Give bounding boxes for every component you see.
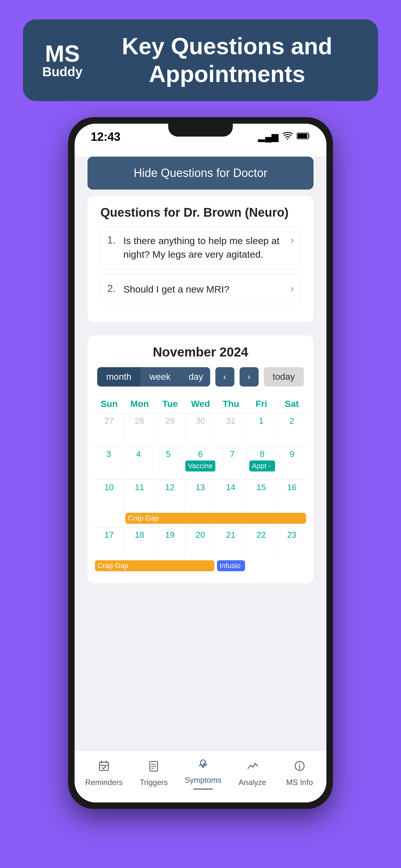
- date-label: 31: [218, 416, 244, 426]
- calendar-cell[interactable]: 23: [277, 527, 307, 560]
- calendar-cell[interactable]: 7: [218, 446, 247, 479]
- phone-screen: 12:43 ▂▄▆: [74, 124, 327, 802]
- crap-gap-event-2[interactable]: Crap Gap: [95, 560, 214, 571]
- question-num-1: 1.: [107, 234, 123, 246]
- calendar-cell[interactable]: 12: [155, 480, 185, 512]
- calendar-cell[interactable]: 1: [246, 413, 276, 445]
- status-icons: ▂▄▆: [258, 131, 310, 143]
- infusion-event[interactable]: Infusio: [217, 560, 245, 571]
- questions-section: Questions for Dr. Brown (Neuro) 1. Is th…: [88, 196, 313, 322]
- date-label: 22: [248, 530, 274, 540]
- calendar-section: November 2024 month week day ‹ › today S…: [88, 335, 313, 584]
- calendar-next-button[interactable]: ›: [240, 367, 258, 386]
- calendar-cell[interactable]: 3: [94, 446, 124, 479]
- calendar-days-header: Sun Mon Tue Wed Thu Fri Sat: [94, 396, 307, 412]
- hide-questions-label: Hide Questions for Doctor: [134, 166, 267, 180]
- nav-item-triggers[interactable]: Triggers: [137, 760, 170, 787]
- status-time: 12:43: [91, 130, 120, 144]
- wifi-icon: [282, 131, 293, 143]
- date-label: 23: [279, 530, 305, 540]
- nav-item-analyze[interactable]: Analyze: [236, 760, 269, 787]
- calendar-cell[interactable]: 11: [124, 480, 155, 512]
- calendar-cell[interactable]: 31: [216, 413, 246, 445]
- calendar-cell[interactable]: 9: [277, 446, 307, 479]
- vaccine-event[interactable]: Vaccine: [185, 461, 215, 471]
- battery-icon: [297, 132, 310, 142]
- date-label: 4: [126, 449, 151, 459]
- day-header-sat: Sat: [277, 396, 307, 412]
- date-label: 12: [157, 483, 183, 492]
- day-header-mon: Mon: [124, 396, 155, 412]
- analyze-label: Analyze: [239, 778, 266, 787]
- calendar-cell[interactable]: 10: [94, 480, 124, 512]
- calendar-cell[interactable]: 2: [277, 413, 307, 445]
- view-day-button[interactable]: day: [180, 367, 210, 386]
- day-header-fri: Fri: [246, 396, 276, 412]
- nav-item-symptoms[interactable]: Symptoms: [185, 757, 221, 789]
- hide-questions-button[interactable]: Hide Questions for Doctor: [88, 157, 313, 190]
- calendar-cell[interactable]: 15: [246, 480, 276, 512]
- question-item-2[interactable]: 2. Should I get a new MRI? ›: [100, 275, 301, 304]
- svg-point-0: [287, 138, 288, 140]
- date-label: 10: [96, 483, 122, 492]
- reminders-label: Reminders: [85, 778, 123, 787]
- calendar-cell[interactable]: 21: [216, 527, 246, 560]
- triggers-icon: [147, 760, 160, 775]
- symptoms-icon: [197, 757, 210, 773]
- calendar-cell[interactable]: 28: [124, 413, 155, 445]
- calendar-week-3-wrapper: 10 11 12 13 14 15 16 Cra: [94, 479, 307, 526]
- calendar-cell[interactable]: 18: [124, 527, 155, 560]
- calendar-cell[interactable]: 13: [185, 480, 216, 512]
- calendar-cell[interactable]: 8 Appt -: [247, 446, 277, 479]
- bottom-nav: Reminders Triggers Sympt: [74, 750, 327, 802]
- header-banner: MS Buddy Key Questions andAppointments: [23, 20, 378, 101]
- calendar-cell[interactable]: 20: [185, 527, 216, 560]
- question-text-1: Is there anything to help me sleep at ni…: [123, 234, 285, 261]
- calendar-cell[interactable]: 27: [94, 413, 124, 445]
- date-label: 20: [187, 530, 213, 540]
- date-label: 28: [126, 416, 152, 426]
- view-week-button[interactable]: week: [141, 367, 180, 386]
- question-item-1[interactable]: 1. Is there anything to help me sleep at…: [100, 226, 301, 269]
- view-month-button[interactable]: month: [97, 367, 141, 386]
- calendar-week-4: 17 18 19 20 21 22 23: [94, 527, 307, 560]
- chevron-right-icon-2: ›: [290, 283, 294, 294]
- triggers-label: Triggers: [140, 778, 168, 787]
- calendar-cell[interactable]: 17: [94, 527, 124, 560]
- msinfo-icon: [293, 760, 306, 775]
- calendar-today-button[interactable]: today: [264, 367, 304, 386]
- svg-point-6: [299, 764, 300, 764]
- appt-event[interactable]: Appt -: [249, 461, 275, 471]
- date-label: 30: [187, 416, 213, 426]
- reminders-icon: [97, 760, 111, 775]
- calendar-cell[interactable]: 22: [246, 527, 276, 560]
- date-label: 2: [279, 416, 305, 426]
- week-4-events-row: Crap Gap Infusio: [94, 560, 307, 574]
- date-label: 8: [249, 449, 275, 459]
- question-num-2: 2.: [107, 283, 123, 294]
- calendar-cell[interactable]: 6 Vaccine: [183, 446, 218, 479]
- date-label: 11: [126, 483, 152, 492]
- calendar-cell[interactable]: 5: [154, 446, 183, 479]
- day-header-wed: Wed: [185, 396, 216, 412]
- calendar-cell[interactable]: 29: [155, 413, 185, 445]
- date-label: 18: [126, 530, 152, 540]
- calendar-cell[interactable]: 16: [277, 480, 307, 512]
- nav-item-reminders[interactable]: Reminders: [85, 760, 123, 787]
- nav-item-msinfo[interactable]: MS Info: [283, 760, 316, 787]
- crap-gap-event-1[interactable]: Crap Gap: [125, 513, 306, 524]
- signal-icon: ▂▄▆: [258, 131, 279, 142]
- calendar-prev-button[interactable]: ‹: [215, 367, 235, 386]
- day-header-thu: Thu: [216, 396, 246, 412]
- calendar-cell[interactable]: 30: [185, 413, 216, 445]
- calendar-cell[interactable]: 14: [216, 480, 246, 512]
- question-text-2: Should I get a new MRI?: [123, 283, 285, 296]
- svg-rect-3: [99, 762, 109, 771]
- date-label: 9: [279, 449, 305, 459]
- day-header-sun: Sun: [94, 396, 124, 412]
- calendar-weeks: 27 28 29 30 31 1 2 3 4 5: [94, 413, 307, 574]
- calendar-cell[interactable]: 4: [124, 446, 153, 479]
- calendar-cell[interactable]: 19: [155, 527, 185, 560]
- calendar-week-1: 27 28 29 30 31 1 2: [94, 413, 307, 445]
- logo-buddy: Buddy: [42, 65, 82, 78]
